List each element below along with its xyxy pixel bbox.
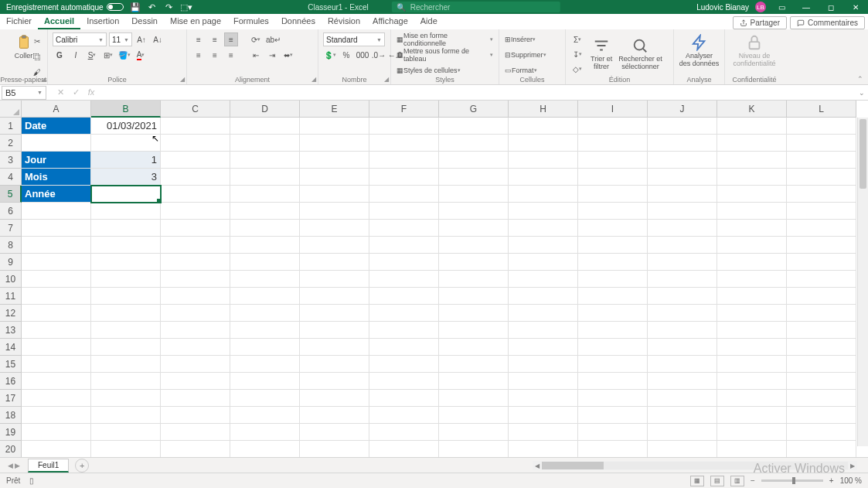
cell[interactable] — [509, 390, 578, 407]
cell[interactable] — [578, 305, 648, 322]
cell[interactable] — [91, 390, 161, 407]
cell[interactable] — [717, 441, 787, 457]
autosum-button[interactable]: Σ▾ — [570, 32, 584, 46]
cell[interactable] — [230, 203, 300, 220]
row-header[interactable]: 20 — [0, 441, 22, 457]
cell[interactable] — [578, 169, 648, 186]
cell[interactable] — [161, 186, 230, 203]
column-header[interactable]: K — [717, 101, 787, 118]
cell[interactable] — [300, 407, 369, 424]
cell[interactable] — [787, 373, 856, 390]
cell[interactable] — [369, 203, 439, 220]
cell[interactable] — [230, 390, 300, 407]
fill-button[interactable]: ↧▾ — [570, 47, 584, 61]
cell[interactable] — [787, 254, 856, 271]
cell[interactable] — [161, 356, 230, 373]
cell[interactable] — [509, 135, 578, 152]
cell[interactable] — [230, 186, 300, 203]
cell[interactable] — [439, 288, 509, 305]
cell[interactable] — [439, 322, 509, 339]
row-header[interactable]: 5 — [0, 186, 22, 203]
cell[interactable] — [22, 237, 91, 254]
row-header[interactable]: 14 — [0, 339, 22, 356]
cell[interactable] — [300, 152, 369, 169]
cell[interactable] — [230, 220, 300, 237]
cell[interactable] — [787, 407, 856, 424]
cell[interactable] — [578, 135, 648, 152]
formula-input[interactable] — [99, 86, 856, 100]
number-format-selector[interactable]: Standard▼ — [323, 32, 385, 46]
cell[interactable] — [717, 237, 787, 254]
cell[interactable] — [787, 186, 856, 203]
cell[interactable] — [648, 390, 717, 407]
cell[interactable] — [369, 305, 439, 322]
cell[interactable]: 1 — [91, 152, 161, 169]
cell[interactable] — [717, 305, 787, 322]
zoom-slider[interactable] — [761, 479, 823, 482]
cell[interactable] — [300, 424, 369, 441]
cell[interactable] — [787, 152, 856, 169]
currency-button[interactable]: 💲▾ — [323, 48, 337, 62]
tab-formules[interactable]: Formules — [227, 14, 275, 29]
cell[interactable] — [439, 339, 509, 356]
cell[interactable] — [648, 424, 717, 441]
comma-button[interactable]: 000 — [356, 48, 369, 62]
sheet-tab-active[interactable]: Feuil1 — [28, 459, 69, 473]
column-header[interactable]: H — [509, 101, 578, 118]
fx-icon[interactable]: fx — [83, 87, 99, 97]
cell[interactable] — [22, 441, 91, 457]
cell[interactable] — [369, 356, 439, 373]
row-header[interactable]: 6 — [0, 203, 22, 220]
cell[interactable] — [230, 339, 300, 356]
align-middle-button[interactable]: ≡ — [208, 32, 222, 46]
conditional-format-button[interactable]: ▦ Mise en forme conditionnelle▾ — [396, 32, 494, 46]
cell[interactable] — [161, 152, 230, 169]
cell[interactable] — [369, 441, 439, 457]
expand-formula-icon[interactable]: ⌄ — [856, 89, 868, 97]
cell[interactable] — [648, 186, 717, 203]
cancel-formula-icon[interactable]: ✕ — [53, 87, 68, 97]
page-layout-button[interactable]: ▤ — [710, 476, 724, 486]
analyze-button[interactable]: Analyser des données — [679, 32, 720, 70]
row-header[interactable]: 19 — [0, 424, 22, 441]
cell[interactable]: Date — [22, 118, 91, 135]
cell[interactable] — [230, 254, 300, 271]
cell[interactable] — [91, 254, 161, 271]
cell[interactable] — [648, 254, 717, 271]
cell[interactable] — [648, 118, 717, 135]
cell[interactable] — [300, 339, 369, 356]
cell[interactable] — [578, 373, 648, 390]
cell[interactable] — [717, 390, 787, 407]
wrap-text-button[interactable]: ab↵ — [265, 32, 281, 46]
cell[interactable] — [22, 339, 91, 356]
cell[interactable] — [300, 271, 369, 288]
cell[interactable] — [369, 186, 439, 203]
cell[interactable] — [91, 135, 161, 152]
tab-données[interactable]: Données — [275, 14, 322, 29]
align-bottom-button[interactable]: ≡ — [224, 32, 238, 46]
ribbon-display-icon[interactable]: ▭ — [772, 0, 791, 14]
cell[interactable] — [648, 322, 717, 339]
cell[interactable] — [717, 322, 787, 339]
cell[interactable] — [300, 373, 369, 390]
tab-dessin[interactable]: Dessin — [125, 14, 164, 29]
underline-button[interactable]: S▾ — [85, 48, 99, 62]
align-right-button[interactable]: ≡ — [224, 48, 238, 62]
copy-icon[interactable]: ⿻ — [30, 49, 44, 63]
cell[interactable] — [578, 322, 648, 339]
cell[interactable] — [369, 339, 439, 356]
cell[interactable] — [91, 339, 161, 356]
cell[interactable] — [91, 271, 161, 288]
cell[interactable] — [787, 271, 856, 288]
column-header[interactable]: B — [91, 101, 161, 118]
format-table-button[interactable]: ▦ Mettre sous forme de tableau▾ — [396, 48, 494, 62]
cell[interactable] — [717, 220, 787, 237]
cell[interactable] — [369, 135, 439, 152]
cell[interactable] — [578, 254, 648, 271]
cell[interactable] — [787, 356, 856, 373]
find-select-button[interactable]: Rechercher et sélectionner — [615, 32, 665, 76]
cell[interactable] — [230, 356, 300, 373]
cell[interactable] — [161, 373, 230, 390]
cell[interactable] — [161, 407, 230, 424]
next-sheet-icon[interactable]: ▶ — [15, 462, 20, 469]
